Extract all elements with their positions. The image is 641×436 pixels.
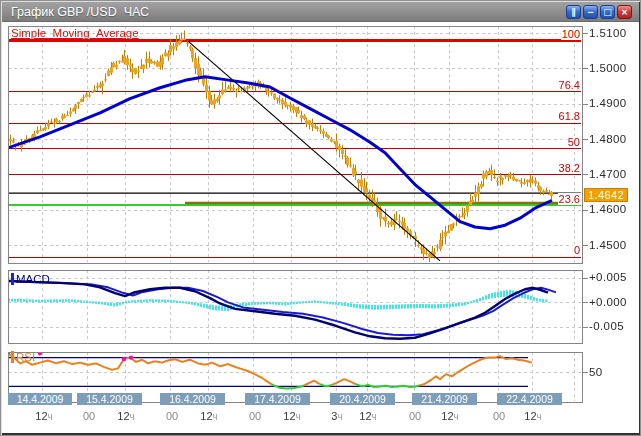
time-label: 3ч — [331, 410, 342, 423]
date-label: 20.4.2009 — [330, 393, 395, 405]
fib-level-label: 100 — [561, 28, 581, 40]
fib-level-label: 38.2 — [558, 162, 581, 174]
time-label: 12ч — [524, 410, 541, 423]
fib-level-label: 76.4 — [558, 79, 581, 91]
price-scale-label: 1.4900 — [589, 97, 627, 109]
pause-button[interactable]: ∥ — [566, 5, 581, 19]
macd-scale-label: +0.005 — [589, 271, 627, 283]
price-scale-label: 1.4800 — [589, 133, 627, 145]
chart-canvas[interactable] — [0, 0, 641, 436]
sma-indicator-label: Simple_Moving_Average — [11, 27, 139, 39]
fib-level-label: 61.8 — [558, 110, 581, 122]
fib-level-label: 50 — [567, 136, 581, 148]
time-label: 00 — [493, 410, 505, 423]
price-scale-label: 1.4600 — [589, 203, 627, 215]
minimize-icon: − — [587, 7, 595, 17]
time-label: 00 — [83, 410, 95, 423]
macd-scale-label: -0.005 — [589, 320, 624, 332]
date-label: 15.4.2009 — [77, 393, 142, 405]
close-button[interactable]: × — [617, 5, 632, 19]
title-bar[interactable]: График GBP /USD ЧАС ∥−□× — [2, 2, 639, 22]
date-label: 14.4.2009 — [8, 393, 72, 405]
price-scale-label: 1.5100 — [589, 27, 627, 39]
minimize-button[interactable]: − — [583, 5, 598, 19]
price-scale-label: 1.4500 — [589, 239, 627, 251]
time-label: 00 — [166, 410, 178, 423]
time-label: 12ч — [359, 410, 376, 423]
time-label: 12ч — [117, 410, 134, 423]
time-label: 12ч — [283, 410, 300, 423]
time-label: 12ч — [441, 410, 458, 423]
date-label: 16.4.2009 — [160, 393, 225, 405]
current-price-badge: 1.4642 — [584, 188, 628, 202]
close-icon: × — [621, 7, 629, 17]
macd-indicator-label: MACD — [11, 273, 50, 285]
maximize-button[interactable]: □ — [600, 5, 615, 19]
time-label: 12ч — [200, 410, 217, 423]
pause-icon: ∥ — [571, 7, 576, 17]
fib-level-label: 23.6 — [558, 193, 581, 205]
time-label: 00 — [409, 410, 421, 423]
rsi-scale-label: 50 — [589, 366, 603, 378]
rsi-indicator-label: RSI — [11, 351, 35, 363]
date-label: 21.4.2009 — [412, 393, 477, 405]
time-label: 00 — [249, 410, 261, 423]
fib-level-label: 0 — [573, 244, 581, 256]
window-controls: ∥−□× — [566, 5, 632, 19]
date-label: 17.4.2009 — [245, 393, 310, 405]
time-label: 12ч — [35, 410, 52, 423]
window-title: График GBP /USD ЧАС — [11, 2, 149, 22]
date-label: 22.4.2009 — [497, 393, 562, 405]
chart-window: График GBP /USD ЧАС ∥−□× Simple_Moving_A… — [0, 0, 641, 436]
maximize-icon: □ — [603, 7, 612, 17]
price-scale-label: 1.4700 — [589, 168, 627, 180]
macd-scale-label: +0.000 — [589, 296, 627, 308]
price-scale-label: 1.5000 — [589, 62, 627, 74]
